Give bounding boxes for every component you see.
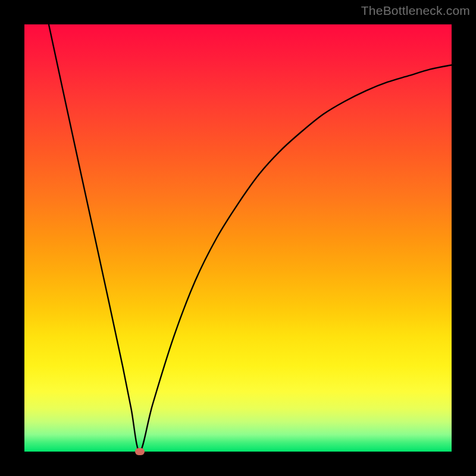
- bottleneck-curve: [24, 24, 452, 452]
- watermark-text: TheBottleneck.com: [361, 4, 470, 18]
- chart-plot-area: [24, 24, 452, 452]
- chart-frame: TheBottleneck.com: [0, 0, 476, 476]
